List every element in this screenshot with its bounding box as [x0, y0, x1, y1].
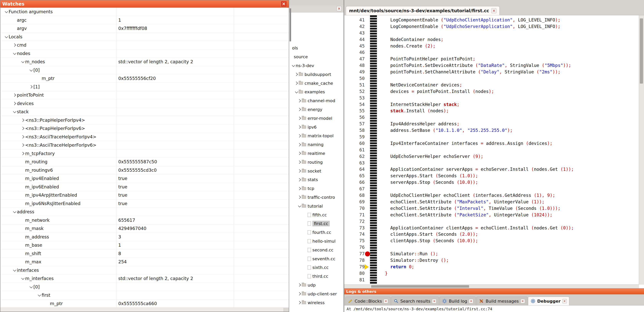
tab-code-blocks[interactable]: Code::Blocks× — [346, 297, 390, 305]
tree-item-tutorial[interactable]: tutorial — [289, 202, 344, 210]
tree-item-udp[interactable]: udp — [289, 281, 344, 290]
line-number[interactable]: 48 — [344, 62, 365, 69]
code-line-79[interactable]: 79 return 0; — [344, 264, 639, 270]
chevron-down-icon[interactable] — [20, 277, 25, 280]
chevron-right-icon[interactable] — [297, 152, 302, 155]
scrollbar-thumb[interactable] — [640, 18, 643, 84]
chevron-right-icon[interactable] — [297, 170, 302, 172]
code-line-68[interactable]: 68 UdpEchoClientHelper echoClient (inter… — [344, 192, 639, 199]
tree-item-cmake-cache[interactable]: cmake_cache — [289, 79, 344, 88]
code-line-46[interactable]: 46 — [344, 49, 639, 56]
chevron-down-icon[interactable] — [291, 64, 296, 67]
watch-row-m-base[interactable]: m_base1 — [0, 241, 289, 250]
tree-item-examples[interactable]: examples — [289, 88, 344, 96]
chevron-right-icon[interactable] — [294, 82, 299, 84]
watch-row-m-mask[interactable]: m_mask4294967040 — [0, 224, 289, 233]
line-number[interactable]: 67 — [344, 186, 365, 192]
line-number[interactable]: 68 — [344, 192, 365, 199]
watch-row-0[interactable]: [0] — [0, 283, 289, 291]
code-line-81[interactable]: 81 — [344, 277, 639, 283]
line-number[interactable]: 64 — [344, 166, 365, 173]
watch-row-m-shift[interactable]: m_shift8 — [0, 250, 289, 258]
editor-vertical-scrollbar[interactable] — [639, 15, 644, 285]
chevron-down-icon[interactable] — [12, 52, 17, 55]
close-icon[interactable]: × — [384, 299, 388, 303]
tab-debugger[interactable]: Debugger× — [528, 297, 569, 305]
watch-row-interfaces[interactable]: interfaces — [0, 266, 289, 275]
code-line-42[interactable]: 42 LogComponentEnable ("UdpEchoServerApp… — [344, 23, 639, 30]
watch-row-ns3-pcaphelperforipv4[interactable]: <ns3::PcapHelperForIpv4> — [0, 116, 289, 125]
watches-horizontal-scrollbar[interactable] — [0, 308, 289, 312]
code-line-65[interactable]: 65 serverApps.Start (Seconds (1.0)); — [344, 173, 639, 179]
chevron-right-icon[interactable] — [297, 196, 302, 198]
code-area[interactable]: 41 LogComponentEnable ("UdpEchoClientApp… — [344, 15, 639, 285]
chevron-right-icon[interactable] — [28, 86, 34, 88]
tree-item-socket[interactable]: socket — [289, 166, 344, 175]
code-line-62[interactable]: 62 UdpEchoServerHelper echoServer (9); — [344, 153, 639, 160]
code-line-48[interactable]: 48 pointToPoint.SetDeviceAttribute ("Dat… — [344, 62, 639, 69]
line-number[interactable]: 79 — [344, 264, 365, 270]
tree-item-realtime[interactable]: realtime — [289, 149, 344, 158]
editor-tab-first-cc[interactable]: mnt/dev/tools/source/ns-3-dev/examples/t… — [346, 6, 500, 15]
chevron-right-icon[interactable] — [20, 136, 25, 138]
chevron-right-icon[interactable] — [297, 100, 302, 102]
line-number[interactable]: 50 — [344, 75, 365, 82]
scrollbar-button[interactable] — [284, 308, 289, 312]
chevron-right-icon[interactable] — [297, 108, 302, 111]
tree-item-routing[interactable]: routing — [289, 158, 344, 166]
tree-item-channel-mod[interactable]: channel-mod — [289, 96, 344, 105]
watch-row-m-ipv6nsrsjitterenabled[interactable]: m_ipv6NsRsJitterEnabledtrue — [0, 199, 289, 208]
chevron-down-icon[interactable] — [4, 36, 9, 38]
code-line-45[interactable]: 45 nodes.Create (2); — [344, 43, 639, 49]
code-line-53[interactable]: 53 — [344, 95, 639, 101]
tree-item-third-cc[interactable]: third.cc — [289, 272, 344, 281]
code-line-63[interactable]: 63 — [344, 160, 639, 166]
chevron-down-icon[interactable] — [294, 91, 299, 93]
scrollbar-thumb[interactable] — [371, 285, 469, 288]
watch-row-1[interactable]: [1] — [0, 83, 289, 91]
code-line-73[interactable]: 73 ApplicationContainer clientApps = ech… — [344, 225, 639, 231]
chevron-right-icon[interactable] — [294, 73, 299, 76]
chevron-down-icon[interactable] — [12, 211, 17, 213]
tree-item-sixth-cc[interactable]: sixth.cc — [289, 263, 344, 272]
chevron-down-icon[interactable] — [37, 294, 42, 296]
line-number[interactable]: 61 — [344, 147, 365, 153]
tree-item-first-cc[interactable]: first.cc — [289, 219, 344, 228]
line-number[interactable]: 71 — [344, 212, 365, 218]
watch-row-devices[interactable]: devices — [0, 99, 289, 108]
line-number[interactable]: 73 — [344, 225, 365, 231]
tree-item-traffic-contro[interactable]: traffic-contro — [289, 193, 344, 202]
line-number[interactable]: 76 — [344, 244, 365, 251]
watch-row-ns3-asciitracehelperforipv6[interactable]: <ns3::AsciiTraceHelperForIpv6> — [0, 141, 289, 150]
watch-row-first[interactable]: first — [0, 291, 289, 300]
chevron-down-icon[interactable] — [12, 111, 17, 113]
tab-build-log[interactable]: Build log× — [440, 297, 476, 305]
line-number[interactable]: 65 — [344, 173, 365, 179]
code-line-44[interactable]: 44 NodeContainer nodes; — [344, 36, 639, 43]
line-number[interactable]: 58 — [344, 127, 365, 134]
watch-row-m-network[interactable]: m_network655617 — [0, 216, 289, 225]
watch-row-m-ptr[interactable]: m_ptr0x5555555ca660 — [0, 300, 289, 308]
watch-row-m-ptr[interactable]: m_ptr0x55555556cf20 — [0, 74, 289, 83]
code-line-70[interactable]: 70 echoClient.SetAttribute ("Interval", … — [344, 205, 639, 212]
chevron-right-icon[interactable] — [20, 144, 25, 146]
code-line-55[interactable]: 55 stack.Install (nodes); — [344, 108, 639, 114]
watch-row-ns3-pcaphelperforipv6[interactable]: <ns3::PcapHelperForIpv6> — [0, 124, 289, 133]
line-number[interactable]: 54 — [344, 101, 365, 108]
tree-item-buildsupport[interactable]: buildsupport — [289, 70, 344, 79]
tree-item-second-cc[interactable]: second.cc — [289, 246, 344, 254]
line-number[interactable]: 66 — [344, 179, 365, 186]
tree-item-ipv6[interactable]: ipv6 — [289, 123, 344, 132]
chevron-down-icon[interactable] — [20, 61, 25, 63]
code-line-80[interactable]: 80} — [344, 270, 639, 277]
code-line-74[interactable]: 74 clientApps.Start (Seconds (2.0)); — [344, 231, 639, 238]
watch-row-address[interactable]: address — [0, 208, 289, 216]
line-number[interactable]: 69 — [344, 199, 365, 205]
line-number[interactable]: 45 — [344, 43, 365, 49]
tree-item-ols[interactable]: ols — [289, 44, 344, 52]
watches-titlebar[interactable]: Watches × — [0, 0, 289, 8]
editor-horizontal-scrollbar[interactable] — [344, 284, 639, 288]
line-number[interactable]: 51 — [344, 82, 365, 88]
tree-item-tcp[interactable]: tcp — [289, 184, 344, 193]
line-number[interactable]: 42 — [344, 23, 365, 30]
